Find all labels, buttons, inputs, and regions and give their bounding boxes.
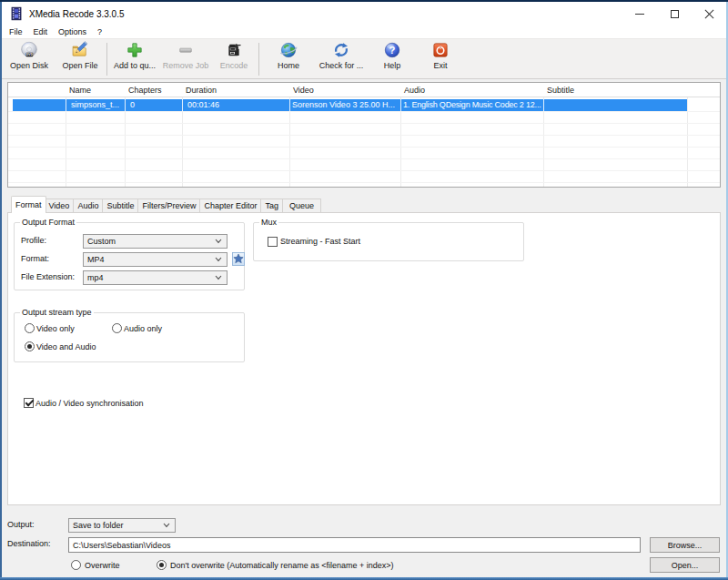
tab-tag[interactable]: Tag (261, 198, 283, 213)
add-to-queue-button[interactable]: Add to qu... (108, 38, 161, 79)
column-header-chapters[interactable]: Chapters (128, 86, 162, 95)
home-label: Home (278, 61, 299, 70)
menu-edit[interactable]: Edit (28, 25, 54, 38)
overwrite-radio[interactable] (71, 560, 81, 570)
row-column-separator (289, 99, 290, 111)
job-list-header: Name Chapters Duration Video Audio Subti… (8, 83, 720, 97)
filmstrip-icon (9, 6, 24, 21)
job-list: Name Chapters Duration Video Audio Subti… (7, 82, 721, 188)
title-bar: XMedia Recode 3.3.0.5 (2, 2, 726, 25)
row-column-separator (400, 99, 401, 111)
open-file-icon (71, 41, 89, 59)
cell-name: simpsons_t... (71, 99, 123, 111)
exit-icon (431, 41, 450, 59)
dont-overwrite-radio[interactable] (157, 560, 167, 570)
format-label: Format: (21, 254, 49, 263)
open-disk-button[interactable]: DVD Open Disk (4, 38, 55, 79)
close-icon (704, 9, 714, 19)
output-stream-type-groupbox: Output stream type (14, 312, 245, 362)
output-mode-combobox[interactable]: Save to folder (68, 518, 176, 533)
audio-only-radio[interactable] (112, 323, 122, 333)
profile-label: Profile: (21, 236, 46, 245)
close-button[interactable] (692, 2, 726, 25)
job-row-selected[interactable]: simpsons_t... 0 00:01:46 Sorenson Video … (13, 99, 687, 111)
add-plus-icon (126, 41, 144, 59)
favorite-format-button[interactable] (232, 252, 245, 266)
check-for-updates-button[interactable]: Check for ... (314, 38, 369, 79)
help-icon: ? (383, 41, 401, 59)
audio-video-sync-checkbox[interactable] (24, 398, 34, 408)
disc-icon: DVD (20, 41, 38, 59)
column-header-duration[interactable]: Duration (186, 86, 217, 95)
menu-bar: File Edit Options ? (2, 25, 726, 38)
grid-line (8, 158, 720, 159)
video-and-audio-label: Video and Audio (36, 342, 96, 351)
tab-audio[interactable]: Audio (74, 198, 103, 213)
open-disk-label: Open Disk (10, 61, 48, 70)
output-mode-value: Save to folder (73, 521, 163, 530)
tab-strip: Format Video Audio Subtitle Filters/Prev… (11, 196, 321, 213)
chevron-down-icon (163, 523, 170, 528)
open-file-label: Open File (62, 61, 97, 70)
profile-combobox[interactable]: Custom (83, 234, 228, 249)
encode-icon (225, 41, 243, 59)
column-header-audio[interactable]: Audio (404, 86, 425, 95)
tab-format[interactable]: Format (11, 196, 46, 213)
browse-button[interactable]: Browse... (650, 537, 720, 553)
chevron-down-icon (215, 257, 222, 262)
maximize-button[interactable] (657, 2, 692, 25)
column-header-subtitle[interactable]: Subtitle (547, 86, 574, 95)
svg-text:DVD: DVD (25, 53, 33, 56)
file-extension-value: mp4 (87, 273, 215, 282)
open-button[interactable]: Open... (650, 557, 720, 573)
column-header-name[interactable]: Name (69, 86, 91, 95)
minimize-icon (635, 14, 644, 15)
help-button[interactable]: ? Help (369, 38, 416, 79)
column-header-video[interactable]: Video (293, 86, 314, 95)
remove-job-label: Remove Job (163, 61, 209, 70)
video-only-radio[interactable] (25, 323, 35, 333)
grid-line (8, 111, 720, 112)
output-label: Output: (7, 520, 35, 529)
encode-button[interactable]: Encode (210, 38, 258, 79)
menu-help[interactable]: ? (92, 25, 107, 38)
audio-only-label: Audio only (124, 324, 162, 333)
encode-label: Encode (220, 61, 248, 70)
home-button[interactable]: Home (263, 38, 314, 79)
grid-line (8, 170, 720, 171)
streaming-fast-start-checkbox[interactable] (268, 237, 278, 247)
remove-job-button[interactable]: Remove Job (161, 38, 210, 79)
svg-text:?: ? (389, 45, 396, 56)
open-file-button[interactable]: Open File (55, 38, 106, 79)
refresh-icon (332, 41, 350, 59)
tab-filters-preview[interactable]: Filters/Preview (138, 198, 200, 213)
minimize-button[interactable] (622, 2, 657, 25)
tab-video[interactable]: Video (46, 198, 75, 213)
menu-file[interactable]: File (4, 25, 28, 38)
check-for-updates-label: Check for ... (319, 61, 364, 70)
output-stream-type-group-title: Output stream type (20, 308, 94, 317)
grid-line (8, 182, 720, 183)
remove-minus-icon (177, 41, 195, 59)
tab-chapter-editor[interactable]: Chapter Editor (200, 198, 261, 213)
video-and-audio-radio[interactable] (25, 341, 35, 351)
video-only-label: Video only (36, 324, 75, 333)
format-combobox[interactable]: MP4 (83, 252, 228, 267)
add-to-queue-label: Add to qu... (114, 61, 156, 70)
overwrite-label: Overwrite (85, 561, 120, 570)
mux-group-title: Mux (259, 218, 278, 227)
toolbar: DVD Open Disk Open File (2, 38, 726, 79)
exit-button[interactable]: Exit (416, 38, 465, 79)
dont-overwrite-label: Don't overwrite (Automatically rename as… (170, 561, 394, 570)
tab-subtitle[interactable]: Subtitle (103, 198, 138, 213)
window-title: XMedia Recode 3.3.0.5 (29, 9, 125, 19)
file-extension-combobox[interactable]: mp4 (83, 270, 228, 285)
tab-queue[interactable]: Queue (283, 198, 321, 213)
exit-label: Exit (433, 61, 447, 70)
cell-duration: 00:01:46 (187, 99, 288, 111)
help-label: Help (384, 61, 401, 70)
destination-input[interactable]: C:\Users\Sebastian\Videos (68, 537, 641, 553)
menu-options[interactable]: Options (53, 25, 92, 38)
cell-chapters: 0 (130, 99, 180, 111)
toolbar-separator (258, 43, 259, 76)
